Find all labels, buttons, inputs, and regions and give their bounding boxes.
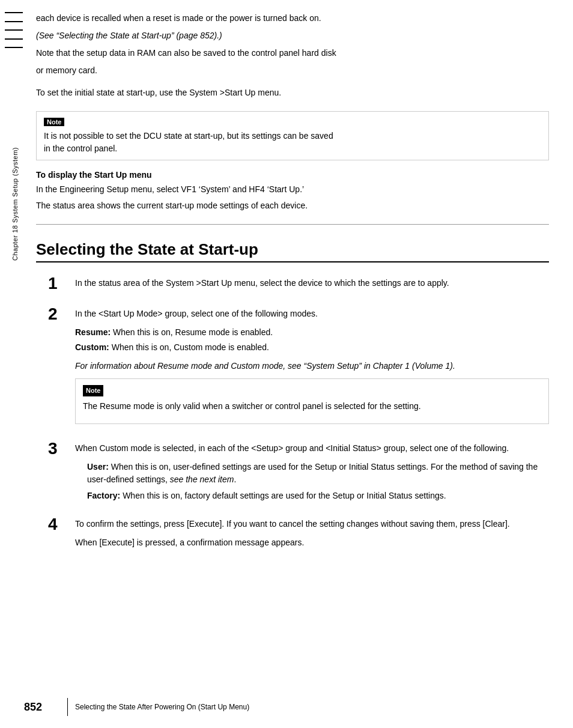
step-2-resume: Resume: When this is on, Resume mode is …	[75, 326, 549, 339]
step-1: 1 In the status area of the System >Star…	[48, 277, 549, 296]
step-3-factory: Factory: When this is on, factory defaul…	[87, 490, 549, 502]
step-3: 3 When Custom mode is selected, in each …	[48, 442, 549, 506]
startup-sentence: To set the initial state at start-up, us…	[36, 86, 549, 99]
intro-line-4: or memory card.	[36, 64, 549, 77]
sidebar-line-3	[5, 29, 23, 31]
top-section: each device is recalled when a reset is …	[36, 12, 549, 212]
page-footer: 852 Selecting the State After Powering O…	[0, 698, 573, 716]
step-4-content: To confirm the settings, press [Execute]…	[75, 518, 549, 555]
subheading-desc-2: The status area shows the current start-…	[36, 199, 549, 212]
user-term: User:	[87, 462, 109, 472]
factory-term: Factory:	[87, 491, 120, 500]
step-1-number: 1	[48, 275, 75, 293]
steps-container: 1 In the status area of the System >Star…	[48, 277, 549, 555]
main-content: each device is recalled when a reset is …	[36, 0, 549, 555]
section-heading: Selecting the State at Start-up	[36, 234, 549, 262]
section-divider	[36, 224, 549, 225]
user-desc: When this is on, user-defined settings a…	[87, 462, 538, 484]
step-2-content: In the <Start Up Mode> group, select one…	[75, 308, 549, 430]
note-box-1: Note It is not possible to set the DCU s…	[36, 111, 549, 160]
step-4-number: 4	[48, 515, 75, 534]
user-period: .	[234, 475, 236, 484]
step-4: 4 To confirm the settings, press [Execut…	[48, 518, 549, 555]
step-3-number: 3	[48, 440, 75, 458]
note-box-2: Note The Resume mode is only valid when …	[75, 378, 549, 424]
sidebar-line-5	[5, 47, 23, 48]
step-4-extra: When [Execute] is pressed, a confirmatio…	[75, 536, 549, 549]
resume-desc: When this is on, Resume mode is enabled.	[113, 327, 273, 337]
intro-line-3: Note that the setup data in RAM can also…	[36, 47, 549, 59]
note-text-2: The Resume mode is only valid when a swi…	[83, 400, 541, 413]
sidebar: Chapter 18 System Setup (System)	[0, 0, 27, 728]
chapter-label: Chapter 18 System Setup (System)	[11, 147, 19, 261]
step-2-text: In the <Start Up Mode> group, select one…	[75, 308, 549, 320]
step-2-italic: For information about Resume mode and Cu…	[75, 360, 549, 372]
subheading-desc-1: In the Engineering Setup menu, select VF…	[36, 183, 549, 196]
step-1-content: In the status area of the System >Start …	[75, 277, 549, 296]
step-2-custom: Custom: When this is on, Custom mode is …	[75, 341, 549, 354]
step-2-number: 2	[48, 305, 75, 324]
step-3-content: When Custom mode is selected, in each of…	[75, 442, 549, 506]
sidebar-line-4	[5, 38, 23, 40]
step-3-user: User: When this is on, user-defined sett…	[87, 461, 549, 486]
subheading: To display the Start Up menu	[36, 170, 549, 180]
resume-term: Resume:	[75, 327, 111, 337]
page-number: 852	[24, 701, 60, 714]
step-2: 2 In the <Start Up Mode> group, select o…	[48, 308, 549, 430]
step-3-text: When Custom mode is selected, in each of…	[75, 442, 549, 455]
footer-text: Selecting the State After Powering On (S…	[75, 703, 249, 711]
footer-divider	[67, 698, 68, 716]
intro-line-2: (See “Selecting the State at Start-up” (…	[36, 29, 549, 42]
sidebar-lines	[5, 12, 23, 48]
intro-line-1: each device is recalled when a reset is …	[36, 12, 549, 25]
user-italic: see the next item	[170, 475, 234, 484]
note-label-2: Note	[83, 385, 103, 396]
custom-term: Custom:	[75, 342, 109, 352]
factory-desc: When this is on, factory default setting…	[123, 491, 446, 500]
step-1-text: In the status area of the System >Start …	[75, 277, 549, 290]
step-4-text: To confirm the settings, press [Execute]…	[75, 518, 549, 530]
sidebar-line-1	[5, 12, 23, 13]
sidebar-text-container: Chapter 18 System Setup (System)	[3, 120, 27, 288]
note-text-1: It is not possible to set the DCU state …	[44, 130, 541, 155]
custom-desc: When this is on, Custom mode is enabled.	[112, 342, 269, 352]
sidebar-line-2	[5, 21, 23, 22]
note-label-1: Note	[44, 118, 64, 126]
page-container: Chapter 18 System Setup (System) each de…	[0, 0, 573, 728]
intro-line-3-text: Note that the setup data in RAM can also…	[36, 48, 336, 58]
